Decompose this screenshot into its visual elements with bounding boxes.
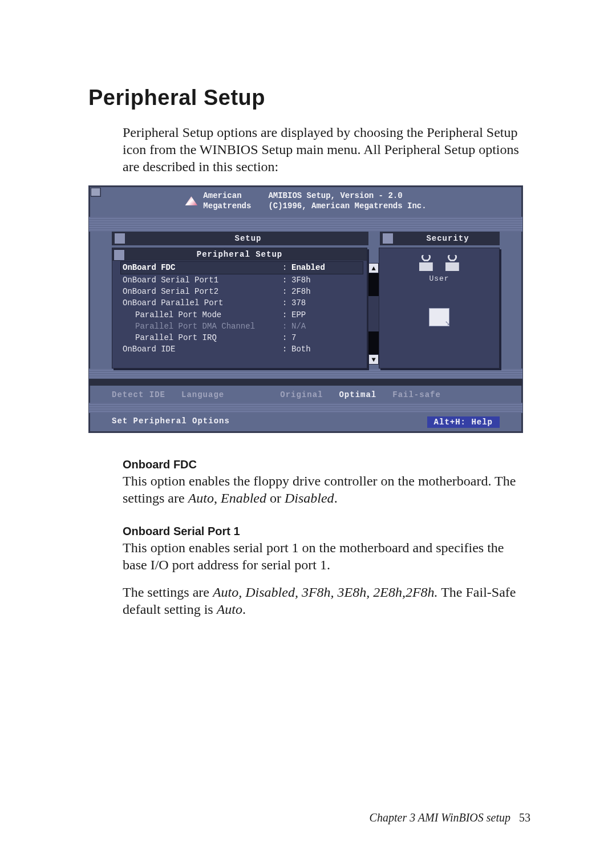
separator: :	[282, 286, 291, 297]
page-title: Peripheral Setup	[88, 86, 530, 110]
language-button[interactable]: Language	[181, 390, 224, 399]
setting-row[interactable]: OnBoard Serial Port2: 2F8h	[123, 286, 361, 297]
setting-label: OnBoard Serial Port2	[123, 286, 282, 297]
setup-window-titlebar[interactable]: Setup	[112, 232, 368, 245]
footer-page-number: 53	[519, 811, 530, 824]
bios-title-line1: AMIBIOS Setup, Version - 2.0	[268, 191, 426, 201]
separator: :	[282, 343, 291, 355]
setting-label: OnBoard Serial Port1	[123, 274, 282, 286]
setting-value: 2F8h	[291, 286, 361, 297]
onboard-serial1-paragraph-2: The settings are Auto, Disabled, 3F8h, 3…	[123, 584, 519, 618]
footer-chapter: Chapter 3 AMI WinBIOS setup	[370, 811, 510, 824]
setting-row[interactable]: Parallel Port IRQ: 7	[123, 332, 361, 343]
setting-value: 7	[291, 332, 361, 343]
scroll-down-button[interactable]: ▼	[368, 354, 379, 365]
separator: :	[282, 309, 291, 321]
setting-value: EPP	[291, 309, 361, 321]
setting-label: OnBoard Parallel Port	[123, 297, 282, 309]
optimal-button[interactable]: Optimal	[339, 390, 376, 399]
detect-ide-button[interactable]: Detect IDE	[112, 390, 165, 399]
setting-value: Both	[291, 343, 361, 355]
setting-row[interactable]: OnBoard Parallel Port: 378	[123, 297, 361, 309]
bios-screenshot: American Megatrends AMIBIOS Setup, Versi…	[88, 185, 523, 433]
window-sys-button[interactable]	[382, 233, 394, 244]
separator: :	[282, 297, 291, 309]
lock-icon[interactable]	[443, 255, 462, 271]
onboard-fdc-paragraph: This option enables the floppy drive con…	[123, 472, 519, 507]
ami-logo-icon	[185, 196, 197, 205]
security-user-label: User	[379, 274, 499, 283]
setting-value: Enabled	[291, 262, 361, 273]
setting-label: OnBoard FDC	[123, 262, 282, 273]
setting-row[interactable]: OnBoard Serial Port1: 3F8h	[123, 274, 361, 286]
bios-header: American Megatrends AMIBIOS Setup, Versi…	[89, 186, 522, 217]
setup-window-title: Setup	[128, 234, 368, 243]
lock-icon[interactable]	[416, 255, 436, 271]
scrollbar[interactable]: ▲ ▼	[368, 263, 379, 365]
setting-label: Parallel Port Mode	[123, 309, 282, 321]
onboard-fdc-heading: Onboard FDC	[123, 458, 519, 471]
separator: :	[282, 262, 291, 273]
security-window-titlebar[interactable]: Security	[380, 232, 500, 245]
status-bar: Set Peripheral Options Alt+H: Help	[89, 413, 522, 432]
action-button-row: Detect IDE Language Original Optimal Fai…	[89, 386, 522, 403]
pane-title: Peripheral Setup	[112, 248, 367, 261]
decor-bar	[89, 403, 522, 413]
decor-bar	[89, 379, 522, 386]
decor-bar	[89, 217, 522, 232]
setting-value: 378	[291, 297, 361, 309]
decor-bar	[89, 369, 522, 379]
setting-label: Parallel Port DMA Channel	[123, 321, 282, 332]
bios-title-line2: (C)1996, American Megatrends Inc.	[268, 201, 426, 211]
pane-sys-button[interactable]	[114, 249, 125, 261]
brand-line1: American	[203, 191, 251, 201]
setting-row[interactable]: Parallel Port DMA Channel: N/A	[123, 321, 361, 332]
separator: :	[282, 274, 291, 286]
setting-value: 3F8h	[291, 274, 361, 286]
status-text: Set Peripheral Options	[112, 416, 427, 428]
security-pane: User	[379, 248, 500, 369]
original-button[interactable]: Original	[280, 390, 323, 399]
settings-list: OnBoard FDC: EnabledOnBoard Serial Port1…	[112, 261, 367, 355]
page-footer: Chapter 3 AMI WinBIOS setup 53	[370, 811, 530, 824]
antivirus-icon[interactable]	[429, 308, 449, 326]
failsafe-button[interactable]: Fail-safe	[392, 390, 441, 399]
setting-label: OnBoard IDE	[123, 343, 282, 355]
onboard-serial1-heading: Onboard Serial Port 1	[123, 525, 519, 538]
setting-row[interactable]: OnBoard FDC: Enabled	[120, 261, 363, 274]
setting-row[interactable]: Parallel Port Mode: EPP	[123, 309, 361, 321]
separator: :	[282, 332, 291, 343]
window-sys-button[interactable]	[114, 233, 125, 244]
onboard-serial1-paragraph-1: This option enables serial port 1 on the…	[123, 539, 519, 573]
separator: :	[282, 321, 291, 332]
setting-value: N/A	[291, 321, 361, 332]
scroll-up-button[interactable]: ▲	[368, 263, 379, 273]
brand-line2: Megatrends	[203, 201, 251, 211]
setting-label: Parallel Port IRQ	[123, 332, 282, 343]
setting-row[interactable]: OnBoard IDE: Both	[123, 343, 361, 355]
help-hint: Alt+H: Help	[427, 416, 500, 428]
intro-paragraph: Peripheral Setup options are displayed b…	[123, 124, 519, 175]
system-menu-button[interactable]	[91, 188, 101, 197]
peripheral-setup-pane: Peripheral Setup OnBoard FDC: EnabledOnB…	[112, 248, 367, 369]
security-window-title: Security	[396, 234, 500, 243]
